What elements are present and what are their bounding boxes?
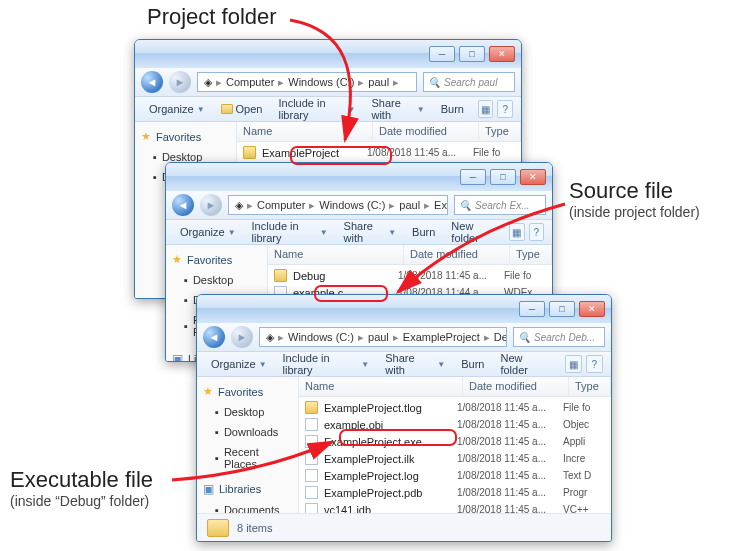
file-row[interactable]: example.obj1/08/2018 11:45 a...Objec: [299, 416, 611, 433]
breadcrumb-segment[interactable]: Debug: [492, 331, 507, 343]
breadcrumb-segment[interactable]: Windows (C:): [286, 76, 356, 88]
sidebar-item-documents[interactable]: ▪ Documents: [197, 500, 298, 513]
search-input[interactable]: 🔍Search Ex...: [454, 195, 546, 215]
forward-button[interactable]: ►: [231, 326, 253, 348]
titlebar[interactable]: ─ □ ✕: [197, 295, 611, 323]
open-button[interactable]: Open: [215, 101, 269, 117]
help-button[interactable]: ?: [497, 100, 513, 118]
file-row[interactable]: Debug1/08/2018 11:45 a...File fo: [268, 267, 552, 284]
sidebar-item-desktop[interactable]: ▪ Desktop: [166, 270, 267, 290]
breadcrumb-segment[interactable]: paul: [397, 199, 422, 211]
maximize-button[interactable]: □: [490, 169, 516, 185]
include-button[interactable]: Include in library▼: [277, 350, 376, 378]
file-row[interactable]: ExampleProject.tlog1/08/2018 11:45 a...F…: [299, 399, 611, 416]
breadcrumb-segment[interactable]: paul: [366, 331, 391, 343]
share-button[interactable]: Share with▼: [379, 350, 451, 378]
file-type: File fo: [563, 402, 605, 413]
burn-button[interactable]: Burn: [406, 224, 441, 240]
share-button[interactable]: Share with▼: [338, 218, 403, 246]
close-button[interactable]: ✕: [579, 301, 605, 317]
column-header[interactable]: NameDate modifiedType: [299, 377, 611, 397]
back-button[interactable]: ◄: [172, 194, 194, 216]
organize-button[interactable]: Organize▼: [143, 101, 211, 117]
breadcrumb[interactable]: ◈▸Computer▸Windows (C:)▸paul▸ExampleProj…: [228, 195, 448, 215]
sidebar-item-desktop[interactable]: ▪ Desktop: [197, 402, 298, 422]
minimize-button[interactable]: ─: [460, 169, 486, 185]
file-name: ExampleProject: [262, 147, 339, 159]
file-pane: NameDate modifiedType ExampleProject.tlo…: [299, 377, 611, 513]
breadcrumb-root[interactable]: ◈: [264, 331, 276, 344]
search-icon: 🔍: [428, 77, 440, 88]
sidebar-item-downloads[interactable]: ▪ Downloads: [197, 422, 298, 442]
breadcrumb-segment[interactable]: Windows (C:): [286, 331, 356, 343]
status-bar: 8 items: [197, 513, 611, 541]
file-date: 1/08/2018 11:45 a...: [457, 504, 563, 513]
include-button[interactable]: Include in library▼: [246, 218, 334, 246]
file-name: ExampleProject.pdb: [324, 487, 422, 499]
sidebar-favorites[interactable]: ★Favorites: [197, 381, 298, 402]
help-button[interactable]: ?: [586, 355, 603, 373]
file-list: ExampleProject.tlog1/08/2018 11:45 a...F…: [299, 397, 611, 513]
search-input[interactable]: 🔍Search paul: [423, 72, 515, 92]
view-button[interactable]: ▦: [565, 355, 582, 373]
forward-button[interactable]: ►: [200, 194, 222, 216]
breadcrumb-segment[interactable]: Computer: [224, 76, 276, 88]
file-row[interactable]: ExampleProject1/08/2018 11:45 a...File f…: [237, 144, 521, 161]
view-button[interactable]: ▦: [509, 223, 524, 241]
annotation-source-file: Source file (inside project folder): [569, 178, 700, 220]
maximize-button[interactable]: □: [459, 46, 485, 62]
file-type: Incre: [563, 453, 605, 464]
breadcrumb-root[interactable]: ◈: [233, 199, 245, 212]
file-row[interactable]: ExampleProject.log1/08/2018 11:45 a...Te…: [299, 467, 611, 484]
breadcrumb-segment[interactable]: Windows (C:): [317, 199, 387, 211]
burn-button[interactable]: Burn: [435, 101, 470, 117]
file-name: ExampleProject.tlog: [324, 402, 422, 414]
help-button[interactable]: ?: [529, 223, 544, 241]
explorer-window-debug: ─ □ ✕ ◄ ► ◈▸Windows (C:)▸paul▸ExamplePro…: [196, 294, 612, 542]
sidebar-favorites[interactable]: ★Favorites: [135, 126, 236, 147]
close-button[interactable]: ✕: [489, 46, 515, 62]
back-button[interactable]: ◄: [141, 71, 163, 93]
breadcrumb[interactable]: ◈▸Windows (C:)▸paul▸ExampleProject▸Debug…: [259, 327, 507, 347]
breadcrumb-segment[interactable]: ExampleProject: [401, 331, 482, 343]
minimize-button[interactable]: ─: [429, 46, 455, 62]
column-header[interactable]: NameDate modifiedType: [237, 122, 521, 142]
breadcrumb-segment[interactable]: ExampleProject: [432, 199, 448, 211]
column-header[interactable]: NameDate modifiedType: [268, 245, 552, 265]
breadcrumb-segment[interactable]: paul: [366, 76, 391, 88]
newfolder-button[interactable]: New folder: [445, 218, 501, 246]
view-button[interactable]: ▦: [478, 100, 494, 118]
breadcrumb-root[interactable]: ◈: [202, 76, 214, 89]
sidebar-libraries[interactable]: ▣Libraries: [197, 478, 298, 500]
breadcrumb-segment[interactable]: Computer: [255, 199, 307, 211]
back-button[interactable]: ◄: [203, 326, 225, 348]
file-row[interactable]: vc141.idb1/08/2018 11:45 a...VC++: [299, 501, 611, 513]
titlebar[interactable]: ─ □ ✕: [166, 163, 552, 191]
organize-button[interactable]: Organize▼: [205, 356, 273, 372]
sidebar-item-recent[interactable]: ▪ Recent Places: [197, 442, 298, 474]
chevron-right-icon: ▸: [391, 331, 401, 344]
file-icon: [305, 418, 318, 431]
share-button[interactable]: Share with▼: [365, 95, 430, 123]
file-date: 1/08/2018 11:45 a...: [457, 487, 563, 498]
maximize-button[interactable]: □: [549, 301, 575, 317]
include-button[interactable]: Include in library▼: [272, 95, 361, 123]
file-row[interactable]: ExampleProject.exe1/08/2018 11:45 a...Ap…: [299, 433, 611, 450]
sidebar-favorites[interactable]: ★Favorites: [166, 249, 267, 270]
file-icon: [305, 469, 318, 482]
search-input[interactable]: 🔍Search Deb...: [513, 327, 605, 347]
file-row[interactable]: ExampleProject.ilk1/08/2018 11:45 a...In…: [299, 450, 611, 467]
file-row[interactable]: ExampleProject.pdb1/08/2018 11:45 a...Pr…: [299, 484, 611, 501]
search-icon: 🔍: [459, 200, 471, 211]
burn-button[interactable]: Burn: [455, 356, 490, 372]
address-bar: ◄ ► ◈▸Computer▸Windows (C:)▸paul▸ 🔍Searc…: [135, 68, 521, 96]
minimize-button[interactable]: ─: [519, 301, 545, 317]
organize-button[interactable]: Organize▼: [174, 224, 242, 240]
folder-icon: [221, 104, 233, 114]
newfolder-button[interactable]: New folder: [494, 350, 556, 378]
breadcrumb[interactable]: ◈▸Computer▸Windows (C:)▸paul▸: [197, 72, 417, 92]
titlebar[interactable]: ─ □ ✕: [135, 40, 521, 68]
close-button[interactable]: ✕: [520, 169, 546, 185]
forward-button[interactable]: ►: [169, 71, 191, 93]
file-type: Text D: [563, 470, 605, 481]
